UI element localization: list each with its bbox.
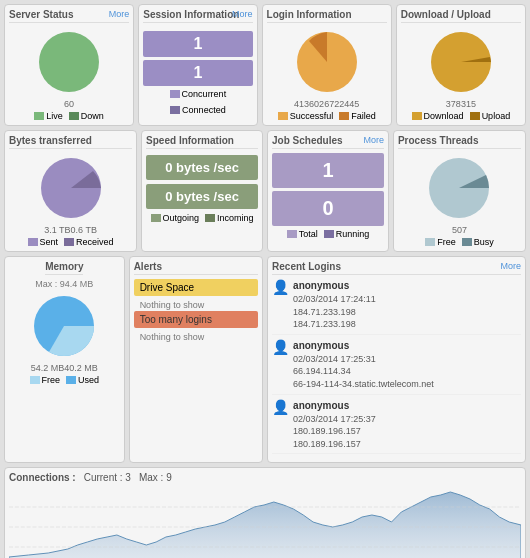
- memory-used-color: [66, 376, 76, 384]
- login-info-title: Login Information: [267, 9, 387, 23]
- upload-label: Upload: [482, 111, 511, 121]
- row-2: Bytes transferred 3.1 TB 0.6 TB Sent: [4, 130, 526, 252]
- threads-legend: Free Busy: [425, 237, 494, 247]
- job-schedules-more[interactable]: More: [363, 135, 384, 145]
- alert-drive-space: Drive Space: [134, 279, 258, 296]
- successful-label: Successful: [290, 111, 334, 121]
- received-legend: Received: [64, 237, 114, 247]
- job-schedules-panel: Job Schedules More 1 0 Total Running: [267, 130, 389, 252]
- outgoing-bar: 0 bytes /sec: [146, 155, 258, 180]
- memory-free-color: [30, 376, 40, 384]
- login-ip1-1: 184.71.233.198: [293, 306, 376, 319]
- session-legend: Concurrent Connected: [143, 89, 252, 115]
- failed-color: [339, 112, 349, 120]
- incoming-bar: 0 bytes /sec: [146, 184, 258, 209]
- download-legend: Download: [412, 111, 464, 121]
- login-legend: Successful Failed: [278, 111, 376, 121]
- connections-chart: [9, 487, 521, 558]
- alerts-panel: Alerts Drive Space Nothing to show Too m…: [129, 256, 263, 463]
- speed-info-title: Speed Information: [146, 135, 258, 149]
- free-legend: Free: [425, 237, 456, 247]
- running-color: [324, 230, 334, 238]
- download-label: Download: [424, 111, 464, 121]
- job-bars: 1 0: [272, 153, 384, 226]
- login-ip2-1: 184.71.233.198: [293, 318, 376, 331]
- total-label: Total: [299, 229, 318, 239]
- alerts-list: Drive Space Nothing to show Too many log…: [134, 279, 258, 343]
- memory-free: 54.2 MB: [31, 363, 65, 373]
- process-threads-title: Process Threads: [398, 135, 521, 149]
- connected-bar: 1: [143, 60, 252, 86]
- user-icon-3: 👤: [272, 399, 289, 415]
- memory-used-legend: Used: [66, 375, 99, 385]
- row-3: Memory Max : 94.4 MB 54.2 MB 40.2 MB Fre…: [4, 256, 526, 463]
- concurrent-legend: Concurrent: [170, 89, 227, 99]
- total-color: [287, 230, 297, 238]
- incoming-legend: Incoming: [205, 213, 254, 223]
- connections-current: Current : 3: [84, 472, 131, 483]
- download-upload-legend: Download Upload: [412, 111, 511, 121]
- failed-count: 722445: [329, 99, 359, 109]
- upload-color: [470, 112, 480, 120]
- speed-bars: 0 bytes /sec 0 bytes /sec: [146, 155, 258, 209]
- server-status-legend: Live Down: [34, 111, 104, 121]
- sent-label: Sent: [40, 237, 59, 247]
- outgoing-color: [151, 214, 161, 222]
- received-label: Received: [76, 237, 114, 247]
- server-status-more[interactable]: More: [109, 9, 130, 19]
- total-bar: 1: [272, 153, 384, 188]
- login-entry-3: 👤 anonymous 02/03/2014 17:25:37 180.189.…: [272, 399, 521, 455]
- concurrent-label: Concurrent: [182, 89, 227, 99]
- speed-info-panel: Speed Information 0 bytes /sec 0 bytes /…: [141, 130, 263, 252]
- login-info-panel: Login Information 4136026 722445 Success…: [262, 4, 392, 126]
- free-count: 50: [452, 225, 462, 235]
- recent-logins-more[interactable]: More: [500, 261, 521, 271]
- memory-max: Max : 94.4 MB: [35, 279, 93, 289]
- free-color: [425, 238, 435, 246]
- incoming-label: Incoming: [217, 213, 254, 223]
- server-status-pie: [34, 27, 104, 97]
- running-label: Running: [336, 229, 370, 239]
- login-name-3: anonymous: [293, 399, 376, 413]
- incoming-color: [205, 214, 215, 222]
- received-size: 0.6 TB: [71, 225, 97, 235]
- download-upload-panel: Download / Upload 3783 15 Download: [396, 4, 526, 126]
- total-legend: Total: [287, 229, 318, 239]
- free-label: Free: [437, 237, 456, 247]
- download-upload-chart: 3783 15 Download Upload: [401, 27, 521, 121]
- upload-count: 15: [466, 99, 476, 109]
- recent-logins-title: Recent Logins: [272, 261, 521, 275]
- login-info-chart: 4136026 722445 Successful Failed: [267, 27, 387, 121]
- connected-color: [170, 106, 180, 114]
- recent-logins-panel: Recent Logins More 👤 anonymous 02/03/201…: [267, 256, 526, 463]
- download-upload-title: Download / Upload: [401, 9, 521, 23]
- memory-numbers: 54.2 MB 40.2 MB: [31, 363, 98, 373]
- memory-legend: Free Used: [30, 375, 100, 385]
- bytes-legend: Sent Received: [28, 237, 114, 247]
- alerts-title: Alerts: [134, 261, 258, 275]
- sent-legend: Sent: [28, 237, 59, 247]
- sent-size: 3.1 TB: [44, 225, 70, 235]
- bytes-transferred-title: Bytes transferred: [9, 135, 132, 149]
- successful-legend: Successful: [278, 111, 334, 121]
- speed-legend: Outgoing Incoming: [146, 213, 258, 223]
- running-bar: 0: [272, 191, 384, 226]
- session-info-more[interactable]: More: [232, 9, 253, 19]
- download-upload-pie: [426, 27, 496, 97]
- login-pie: [292, 27, 362, 97]
- upload-legend: Upload: [470, 111, 511, 121]
- busy-label: Busy: [474, 237, 494, 247]
- session-bars: 1 1: [143, 31, 252, 86]
- busy-color: [462, 238, 472, 246]
- busy-legend: Busy: [462, 237, 494, 247]
- server-status-panel: Server Status More 6 0 Live: [4, 4, 134, 126]
- successful-color: [278, 112, 288, 120]
- sent-color: [28, 238, 38, 246]
- login-details-1: anonymous 02/03/2014 17:24:11 184.71.233…: [293, 279, 376, 331]
- outgoing-legend: Outgoing: [151, 213, 200, 223]
- login-date-2: 02/03/2014 17:25:31: [293, 353, 434, 366]
- connections-max: Max : 9: [139, 472, 172, 483]
- failed-label: Failed: [351, 111, 376, 121]
- memory-panel: Memory Max : 94.4 MB 54.2 MB 40.2 MB Fre…: [4, 256, 125, 463]
- login-details-2: anonymous 02/03/2014 17:25:31 66.194.114…: [293, 339, 434, 391]
